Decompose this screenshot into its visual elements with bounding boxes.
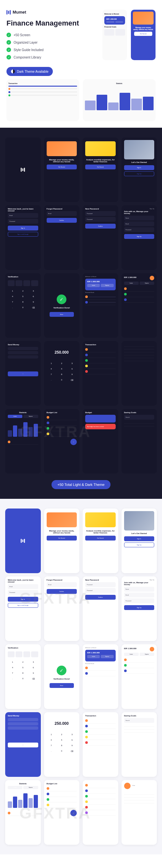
list-item[interactable]: [85, 347, 116, 352]
screen-start-dark[interactable]: Let's Get StartedSign InSign Up: [122, 137, 157, 202]
email-field[interactable]: Email: [8, 213, 38, 218]
screen-saving-dark[interactable]: Saving GoalsSearch: [122, 409, 157, 474]
list-item[interactable]: [124, 355, 155, 358]
send-button[interactable]: →: [8, 743, 38, 747]
list-item[interactable]: [85, 788, 116, 794]
screen-splash-dark[interactable]: [5, 137, 41, 202]
screen-onboard2-light[interactable]: Analyze monthly expenses, for better fin…: [83, 508, 118, 573]
list-item[interactable]: [124, 421, 155, 424]
expense-tab[interactable]: Expense: [23, 786, 38, 789]
list-item[interactable]: [124, 349, 155, 352]
get-started-button[interactable]: Get Started: [85, 164, 116, 169]
screen-onboard2-dark[interactable]: Analyze monthly expenses, for better fin…: [83, 137, 118, 202]
list-item[interactable]: [85, 794, 116, 799]
list-item[interactable]: [85, 665, 116, 671]
list-item[interactable]: [85, 358, 116, 363]
email-field[interactable]: Email: [47, 211, 77, 216]
screen-profile-light[interactable]: User: [122, 780, 157, 845]
avatar[interactable]: [150, 647, 154, 651]
list-item[interactable]: [85, 740, 116, 745]
list-item[interactable]: [47, 802, 77, 808]
google-signin[interactable]: Sign in with Google: [8, 232, 38, 237]
dark-theme-button[interactable]: Dark Theme Available: [6, 67, 53, 76]
number-keypad[interactable]: 123456789.0⌫: [8, 289, 38, 310]
get-started-button[interactable]: Get Started: [85, 536, 116, 540]
name-field[interactable]: Name: [124, 587, 155, 592]
list-item[interactable]: [8, 439, 38, 445]
email-field[interactable]: Email: [124, 221, 155, 226]
list-item[interactable]: [8, 810, 38, 816]
screen-signin-light[interactable]: Welcome back, you've been missedEmailPas…: [5, 577, 41, 641]
list-item[interactable]: [85, 799, 116, 805]
screen-newpass-dark[interactable]: New PasswordPasswordPasswordConfirm: [83, 205, 118, 270]
income-tab[interactable]: Income: [8, 786, 22, 789]
list-item[interactable]: [124, 291, 155, 297]
list-item[interactable]: [124, 795, 155, 798]
list-item[interactable]: [85, 729, 116, 735]
list-item[interactable]: [124, 358, 155, 361]
list-item[interactable]: [124, 657, 155, 663]
list-item[interactable]: [85, 294, 116, 300]
recipient-field[interactable]: [8, 718, 38, 721]
avatar[interactable]: [124, 783, 131, 789]
screen-home2-dark[interactable]: IDR 1.500.000IncomeExpense: [122, 273, 157, 338]
avatar[interactable]: [150, 276, 154, 280]
confirm-button[interactable]: Confirm: [47, 218, 77, 223]
screen-send-light[interactable]: Send Money→: [5, 712, 41, 777]
list-item[interactable]: [85, 718, 116, 723]
list-item[interactable]: [85, 783, 116, 788]
list-item[interactable]: [47, 431, 77, 437]
password-field[interactable]: Password: [124, 227, 155, 232]
screen-home-dark[interactable]: Welcome to MumetIDR 1.500.000IncomeExpen…: [83, 273, 118, 338]
list-item[interactable]: [85, 363, 116, 369]
note-field[interactable]: [8, 355, 38, 359]
signin-submit[interactable]: Sign In: [8, 226, 38, 230]
get-started-button[interactable]: Get Started: [47, 536, 77, 540]
list-item[interactable]: [124, 663, 155, 668]
signin-button[interactable]: Sign In: [124, 165, 155, 170]
screen-verify-light[interactable]: Verification123456789.0⌫: [5, 644, 41, 709]
list-item[interactable]: [124, 297, 155, 303]
list-item[interactable]: [124, 352, 155, 355]
signup-submit[interactable]: Sign Up: [124, 234, 155, 239]
income-tab[interactable]: Income: [8, 415, 22, 418]
list-item[interactable]: [85, 352, 116, 358]
screen-signin-dark[interactable]: Welcome back, you've been missedEmailPas…: [5, 205, 41, 270]
google-signin[interactable]: Sign in with Google: [8, 603, 38, 608]
screen-forgot-light[interactable]: Forgot PasswordEmailConfirm: [44, 577, 80, 641]
screen-splash-light[interactable]: [5, 508, 41, 573]
screen-forgot-dark[interactable]: Forgot PasswordEmailConfirm: [44, 205, 80, 270]
screen-signup-light[interactable]: Sign UpJoin with us, Manage your moneyNa…: [122, 577, 157, 641]
number-keypad[interactable]: 123456789.0⌫: [47, 732, 77, 753]
screen-statistic-dark[interactable]: StatisticIncomeExpense: [5, 409, 41, 474]
add-button[interactable]: +: [70, 439, 77, 445]
screen-verify-dark[interactable]: Verification123456789.0⌫: [5, 273, 41, 338]
signup-button[interactable]: Sign Up: [124, 171, 155, 176]
screen-verify-done-dark[interactable]: ✓Verification Done!Done: [44, 273, 80, 338]
screen-saving-light[interactable]: Saving GoalsSearch: [122, 712, 157, 777]
confirm-button[interactable]: Confirm: [85, 224, 116, 228]
list-item[interactable]: [124, 800, 155, 803]
list-item[interactable]: [124, 424, 155, 426]
list-item[interactable]: [124, 286, 155, 291]
screen-amount-light[interactable]: 250.000123456789.0⌫: [44, 712, 80, 777]
income-chip[interactable]: Income: [124, 282, 139, 285]
screen-budget-light[interactable]: Budget List+: [44, 780, 80, 845]
password-confirm-field[interactable]: Password: [85, 217, 116, 222]
send-button[interactable]: →: [8, 371, 38, 376]
list-item[interactable]: [124, 668, 155, 674]
list-item[interactable]: [124, 730, 155, 733]
list-item[interactable]: [124, 344, 155, 346]
list-item[interactable]: [85, 805, 116, 810]
screen-transaction-light[interactable]: Transaction: [83, 712, 118, 777]
confirm-button[interactable]: Confirm: [47, 589, 77, 594]
add-button[interactable]: +: [70, 810, 77, 816]
screen-statistic-light[interactable]: StatisticIncomeExpense: [5, 780, 41, 845]
note-field[interactable]: [8, 726, 38, 730]
amount-field[interactable]: [8, 722, 38, 725]
password-confirm-field[interactable]: Password: [85, 588, 116, 593]
number-keypad[interactable]: 123456789.0⌫: [8, 660, 38, 681]
screen-home2-light[interactable]: IDR 1.500.000IncomeExpense: [122, 644, 157, 709]
password-field[interactable]: Password: [85, 211, 116, 216]
list-item[interactable]: [85, 810, 116, 816]
